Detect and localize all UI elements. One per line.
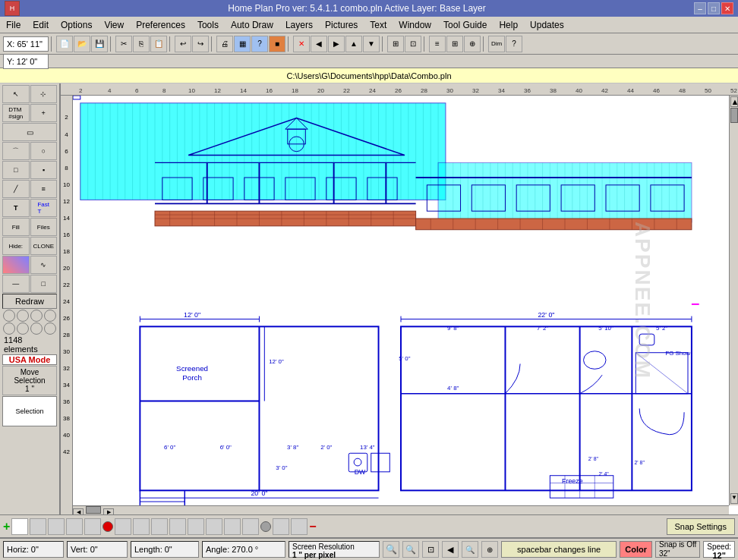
- arrow-tool[interactable]: ↖: [2, 85, 30, 103]
- paste-button[interactable]: 📋: [150, 36, 167, 52]
- snap-settings-button[interactable]: Snap Settings: [667, 518, 736, 535]
- usa-mode[interactable]: USA Mode: [2, 354, 57, 365]
- arc-tool[interactable]: ⌒: [2, 142, 30, 160]
- snap-circle-6[interactable]: [17, 322, 29, 335]
- layer-btn-15[interactable]: [291, 518, 308, 535]
- wall-tool[interactable]: ▭: [2, 123, 57, 141]
- pan-left-btn[interactable]: ◀: [442, 541, 459, 558]
- snap-circle-8[interactable]: [44, 322, 56, 335]
- scrollbar-right[interactable]: ▲ ▼: [729, 96, 738, 505]
- menu-help[interactable]: Help: [493, 17, 524, 33]
- zoom-out-btn[interactable]: 🔍: [402, 541, 419, 558]
- menu-toolguide[interactable]: Tool Guide: [437, 17, 493, 33]
- snap-circle-2[interactable]: [17, 310, 29, 322]
- layer-btn-3[interactable]: [48, 518, 65, 535]
- menu-file[interactable]: File: [0, 17, 27, 33]
- menu-preferences[interactable]: Preferences: [130, 17, 191, 33]
- square-tool[interactable]: □: [2, 161, 30, 179]
- hide-tool[interactable]: Hide:: [2, 237, 30, 255]
- snap-circle-1[interactable]: [3, 310, 15, 322]
- menu-window[interactable]: Window: [393, 17, 437, 33]
- line-style-2[interactable]: □: [30, 275, 58, 293]
- clone-tool[interactable]: CLONE: [30, 237, 58, 255]
- menu-options[interactable]: Options: [55, 17, 98, 33]
- menu-updates[interactable]: Updates: [524, 17, 570, 33]
- maximize-button[interactable]: □: [708, 2, 720, 14]
- save-button[interactable]: 💾: [91, 36, 108, 52]
- menu-pictures[interactable]: Pictures: [319, 17, 364, 33]
- layer-btn-13[interactable]: [242, 518, 259, 535]
- line-tool[interactable]: ╱: [2, 180, 30, 198]
- fullscreen-button[interactable]: ⊡: [405, 36, 421, 52]
- fit-btn[interactable]: ⊡: [422, 541, 439, 558]
- menu-edit[interactable]: Edit: [27, 17, 55, 33]
- new-button[interactable]: 📄: [56, 36, 73, 52]
- select-area-tool[interactable]: ⊹: [30, 85, 58, 103]
- files-tool[interactable]: Files: [30, 218, 58, 236]
- menu-layers[interactable]: Layers: [279, 17, 319, 33]
- print-button[interactable]: 🖨: [216, 36, 233, 52]
- dtm-tool[interactable]: DTM#sign: [2, 104, 30, 122]
- snap-button[interactable]: ⊕: [464, 36, 481, 52]
- move-right-button[interactable]: ▶: [328, 36, 345, 52]
- add-layer-button[interactable]: +: [3, 520, 10, 533]
- select-button[interactable]: ▦: [234, 36, 251, 52]
- snap-circle-4[interactable]: [44, 310, 56, 322]
- layer-button[interactable]: ≡: [429, 36, 446, 52]
- color-swatch[interactable]: [2, 256, 30, 274]
- help-tool-button[interactable]: ?: [506, 36, 522, 52]
- delete-button[interactable]: ✕: [293, 36, 310, 52]
- drawing-canvas[interactable]: 12' 0" 22' 0" 9' 8" 7' 2" 5' 10" 5' 2" 4…: [73, 96, 729, 505]
- minimize-button[interactable]: –: [694, 2, 706, 14]
- scrollbar-bottom[interactable]: ◀ ▶: [73, 505, 729, 514]
- zoom-in-btn[interactable]: 🔍: [383, 541, 399, 558]
- extra-button[interactable]: Dim: [488, 36, 505, 52]
- menu-autodraw[interactable]: Auto Draw: [225, 17, 279, 33]
- close-button[interactable]: ✕: [721, 2, 733, 14]
- circle-tool[interactable]: ○: [30, 142, 58, 160]
- curve-tool[interactable]: ∿: [30, 256, 58, 274]
- zoom-fit-btn[interactable]: 🔍: [462, 541, 478, 558]
- zoom-button[interactable]: ⊞: [387, 36, 404, 52]
- snap-circle-5[interactable]: [3, 322, 15, 335]
- fast-text-tool[interactable]: FastT: [30, 199, 58, 217]
- menu-text[interactable]: Text: [364, 17, 393, 33]
- menu-tools[interactable]: Tools: [191, 17, 225, 33]
- layer-btn-2[interactable]: [30, 518, 46, 535]
- poly-tool[interactable]: ≡: [30, 180, 58, 198]
- layer-btn-11[interactable]: [206, 518, 222, 535]
- layer-btn-1[interactable]: [11, 518, 28, 535]
- layer-btn-14[interactable]: [273, 518, 289, 535]
- layer-btn-5[interactable]: [84, 518, 101, 535]
- menu-view[interactable]: View: [98, 17, 130, 33]
- undo-button[interactable]: ↩: [175, 36, 191, 52]
- line-style-1[interactable]: —: [2, 275, 30, 293]
- layer-btn-7[interactable]: [133, 518, 150, 535]
- copy-button[interactable]: ⎘: [133, 36, 150, 52]
- snap-circle-3[interactable]: [30, 310, 43, 322]
- layer-btn-6[interactable]: [115, 518, 131, 535]
- grid-button[interactable]: ⊞: [446, 36, 463, 52]
- cut-button[interactable]: ✂: [115, 36, 132, 52]
- text-tool[interactable]: T: [2, 199, 30, 217]
- color-button[interactable]: ■: [269, 36, 285, 52]
- color-button[interactable]: Color: [620, 541, 652, 558]
- canvas-area[interactable]: 2 4 6 8 10 12 14 16 18 20 22 24 26 28 30…: [61, 83, 738, 514]
- layer-btn-12[interactable]: [224, 518, 241, 535]
- redraw-button[interactable]: Redraw: [2, 294, 57, 309]
- redo-button[interactable]: ↪: [192, 36, 209, 52]
- move-left-button[interactable]: ◀: [311, 36, 327, 52]
- sign-tool[interactable]: +: [30, 104, 58, 122]
- extra-zoom-btn[interactable]: ⊕: [481, 541, 498, 558]
- open-button[interactable]: 📂: [74, 36, 90, 52]
- layer-btn-10[interactable]: [188, 518, 204, 535]
- door-tool[interactable]: ▪: [30, 161, 58, 179]
- layer-btn-9[interactable]: [169, 518, 186, 535]
- snap-circle-7[interactable]: [30, 322, 43, 335]
- layer-btn-4[interactable]: [66, 518, 83, 535]
- move-up-button[interactable]: ▲: [345, 36, 362, 52]
- layer-btn-8[interactable]: [151, 518, 168, 535]
- move-down-button[interactable]: ▼: [363, 36, 380, 52]
- remove-layer-button[interactable]: −: [309, 520, 316, 533]
- fill-tool[interactable]: Fill: [2, 218, 30, 236]
